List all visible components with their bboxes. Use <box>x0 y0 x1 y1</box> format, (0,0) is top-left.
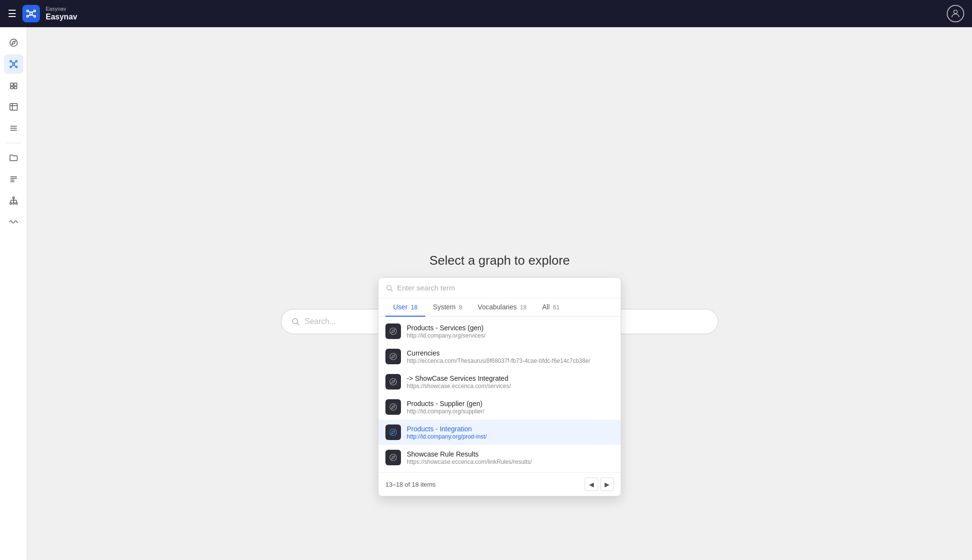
item-text-4: Products - Integration http://ld.company… <box>407 425 487 440</box>
sidebar-item-network[interactable] <box>4 54 23 74</box>
svg-point-51 <box>293 319 298 324</box>
svg-point-15 <box>16 66 17 68</box>
item-text-1: Currencies http://eccenca.com/Thesaurus/… <box>407 349 590 364</box>
svg-rect-20 <box>10 83 13 86</box>
item-url-3: http://ld.company.org/supplier/ <box>407 408 485 415</box>
item-name-0: Products - Services (gen) <box>407 324 486 332</box>
item-name-1: Currencies <box>407 349 590 357</box>
item-name-5: Showcase Rule Results <box>407 450 532 458</box>
sidebar-item-wave[interactable] <box>4 212 23 232</box>
pagination-label: 13–18 of 18 items <box>385 481 435 488</box>
svg-point-12 <box>10 61 11 62</box>
item-text-0: Products - Services (gen) http://ld.comp… <box>407 324 486 339</box>
item-icon-0 <box>385 323 401 339</box>
user-avatar[interactable] <box>947 5 964 22</box>
item-icon-2 <box>385 374 401 390</box>
list-item[interactable]: Products - Services (gen) http://ld.comp… <box>379 319 621 344</box>
item-name-2: -> ShowCase Services Integrated <box>407 374 511 382</box>
list-item[interactable]: -> ShowCase Services Integrated https://… <box>379 369 621 394</box>
item-url-0: http://ld.company.org/services/ <box>407 332 486 339</box>
main-layout: Select a graph to explore Products - Int… <box>0 27 972 560</box>
list-item-selected[interactable]: Products - Integration http://ld.company… <box>379 420 621 445</box>
svg-point-1 <box>27 10 29 12</box>
app-logo <box>22 5 40 22</box>
tab-vocabularies-count: 18 <box>520 304 526 311</box>
item-text-5: Showcase Rule Results https://showcase.e… <box>407 450 532 465</box>
tab-user-count: 18 <box>411 304 417 311</box>
sidebar-item-listdetail[interactable] <box>4 170 23 189</box>
center-panel: Select a graph to explore Products - Int… <box>281 253 718 334</box>
item-name-3: Products - Supplier (gen) <box>407 400 485 407</box>
dropdown-footer: 13–18 of 18 items ◀ ▶ <box>379 472 621 496</box>
tab-system-count: 8 <box>459 304 462 311</box>
svg-point-9 <box>954 10 957 14</box>
svg-line-18 <box>11 65 14 67</box>
sidebar-item-layers[interactable] <box>4 76 23 95</box>
tab-user[interactable]: User 18 <box>385 298 425 317</box>
svg-rect-37 <box>16 203 17 204</box>
svg-point-2 <box>34 10 36 12</box>
svg-rect-35 <box>10 203 11 204</box>
search-icon <box>385 284 393 292</box>
brand-main: Easynav <box>46 12 77 21</box>
svg-rect-21 <box>14 83 17 86</box>
tab-all-label: All <box>542 303 550 311</box>
dropdown-search-input[interactable] <box>397 284 614 292</box>
svg-point-49 <box>390 429 397 436</box>
svg-point-10 <box>10 39 17 47</box>
svg-line-44 <box>391 289 393 291</box>
svg-rect-22 <box>10 87 13 89</box>
sidebar-item-folder[interactable] <box>4 148 23 168</box>
item-url-5: https://showcase.eccenca.com/linkRules/r… <box>407 458 532 465</box>
next-page-button[interactable]: ▶ <box>600 477 614 491</box>
sidebar-item-hierarchy[interactable] <box>4 191 23 210</box>
dropdown-items-list: Products - Services (gen) http://ld.comp… <box>379 317 621 472</box>
tab-all[interactable]: All 61 <box>535 298 568 317</box>
tab-user-label: User <box>393 303 408 311</box>
tab-vocabularies[interactable]: Vocabularies 18 <box>470 298 534 317</box>
svg-line-17 <box>14 62 16 63</box>
sidebar-item-table[interactable] <box>4 97 23 117</box>
sidebar-item-list[interactable] <box>4 119 23 138</box>
item-name-4: Products - Integration <box>407 425 487 433</box>
svg-point-14 <box>10 66 11 68</box>
svg-line-7 <box>28 15 31 16</box>
svg-line-52 <box>297 323 299 325</box>
list-item[interactable]: Showcase Rule Results https://showcase.e… <box>379 445 621 470</box>
item-icon-3 <box>385 399 401 415</box>
svg-line-16 <box>11 62 14 63</box>
page-title: Select a graph to explore <box>429 253 570 268</box>
svg-line-5 <box>28 12 31 13</box>
dropdown-search-area <box>379 278 621 298</box>
item-url-4: http://ld.company.org/prod-inst/ <box>407 433 487 440</box>
topbar-left: ☰ Easynav Easynav <box>8 5 77 22</box>
item-icon-5 <box>385 450 401 465</box>
prev-page-button[interactable]: ◀ <box>585 477 598 491</box>
tab-system[interactable]: System 8 <box>425 298 470 317</box>
item-icon-1 <box>385 349 401 364</box>
svg-line-19 <box>14 65 16 67</box>
dropdown-tabs: User 18 System 8 Vocabularies 18 All 61 <box>379 298 621 317</box>
svg-point-13 <box>16 61 17 62</box>
graph-dropdown: User 18 System 8 Vocabularies 18 All 61 <box>378 277 621 496</box>
item-text-3: Products - Supplier (gen) http://ld.comp… <box>407 400 485 415</box>
sidebar-item-compass[interactable] <box>4 33 23 52</box>
tab-system-label: System <box>433 303 456 311</box>
svg-point-4 <box>34 16 36 17</box>
svg-rect-36 <box>13 203 14 204</box>
svg-rect-34 <box>13 197 14 199</box>
brand-name: Easynav Easynav <box>46 6 77 21</box>
hamburger-icon[interactable]: ☰ <box>8 8 17 19</box>
svg-point-46 <box>390 353 397 360</box>
svg-rect-23 <box>14 87 17 89</box>
main-search-placeholder: Search... <box>305 317 336 326</box>
svg-point-48 <box>390 404 397 410</box>
list-item[interactable]: Products - Supplier (gen) http://ld.comp… <box>379 394 621 420</box>
item-url-2: https://showcase.eccenca.com/services/ <box>407 383 511 390</box>
svg-line-6 <box>31 12 34 13</box>
list-item[interactable]: Currencies http://eccenca.com/Thesaurus/… <box>379 344 621 369</box>
tab-all-count: 61 <box>553 304 559 311</box>
item-url-1: http://eccenca.com/Thesaurus/8f68037f-fb… <box>407 357 590 364</box>
svg-point-43 <box>387 285 391 289</box>
svg-point-0 <box>30 12 33 15</box>
